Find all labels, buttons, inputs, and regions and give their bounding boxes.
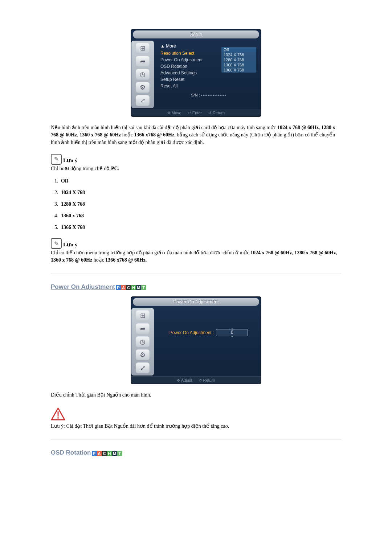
- badge-h: H: [107, 451, 112, 456]
- divider: [51, 439, 341, 440]
- display-icon[interactable]: ⊞: [136, 310, 150, 321]
- badge-t: T: [141, 285, 146, 290]
- section-power-on-adjustment: Power On Adjustment P A C H M T: [51, 283, 341, 291]
- badge-m: M: [136, 285, 141, 290]
- explanation-paragraph: Nếu hình ảnh trên màn hình hiển thị sai …: [51, 124, 341, 146]
- badge-t: T: [117, 451, 122, 456]
- badge-c: C: [126, 285, 131, 290]
- osd-footer: ✥ Adjust ↺ Return: [131, 376, 261, 384]
- poa-description: Điều chỉnh Thời gian Bật Nguồn cho màn h…: [51, 391, 341, 399]
- note-2-text: Chỉ có thể chọn menu trong trường hợp độ…: [51, 249, 341, 264]
- option-5: 1366 X 768: [60, 225, 341, 230]
- warning-icon: [51, 407, 65, 420]
- serial-number: S/N : ---------------: [160, 93, 257, 97]
- osd-sidebar: ⊞ ➦ ◷ ⚙ ⤢: [131, 41, 154, 108]
- osd-footer: ✥ Move ↵ Enter ↺ Return: [131, 109, 261, 117]
- signal-icon[interactable]: ➦: [136, 323, 150, 334]
- hint-return: ↺ Return: [199, 378, 215, 383]
- menu-setup-reset[interactable]: Setup Reset: [160, 76, 257, 83]
- osd-sidebar: ⊞ ➦ ◷ ⚙ ⤢: [131, 308, 154, 376]
- options-list: Off 1024 X 768 1280 X 768 1360 x 768 136…: [60, 178, 341, 230]
- size-icon[interactable]: ⤢: [136, 362, 150, 373]
- gear-icon[interactable]: ⚙: [136, 82, 150, 93]
- option-3: 1280 X 768: [60, 201, 341, 207]
- badge-p: P: [92, 451, 97, 456]
- osd-poa-title: Power On Adjustment: [133, 298, 259, 306]
- section-title-poa: Power On Adjustment: [51, 283, 115, 291]
- section-title-osd-rotation: OSD Rotation: [51, 449, 91, 456]
- badge-a: A: [97, 451, 102, 456]
- hint-move: ✥ Move: [167, 111, 181, 115]
- badge-c: C: [102, 451, 107, 456]
- badge-h: H: [131, 285, 136, 290]
- option-4: 1360 x 768: [60, 213, 341, 219]
- note-heading-2: ✎ Lưu ý: [51, 237, 341, 248]
- badge-m: M: [112, 451, 117, 456]
- pencil-icon: ✎: [51, 238, 62, 249]
- hint-adjust: ✥ Adjust: [177, 378, 192, 383]
- gear-icon[interactable]: ⚙: [136, 349, 150, 360]
- section-osd-rotation: OSD Rotation P A C H M T: [51, 449, 341, 456]
- note-1-text: Chỉ hoạt động trong chế độ PC.: [51, 165, 341, 172]
- note-heading-1: ✎ Lưu ý: [51, 153, 341, 164]
- badge-a: A: [121, 285, 126, 290]
- svg-point-2: [57, 417, 59, 419]
- dropdown-option-1366[interactable]: 1366 X 768: [221, 67, 256, 73]
- poa-value-stepper[interactable]: 0: [216, 329, 248, 336]
- divider: [51, 274, 341, 274]
- signal-icon[interactable]: ➦: [136, 56, 150, 67]
- osd-setup-panel: Setup ⊞ ➦ ◷ ⚙ ⤢ ▲ More Resolution Select…: [131, 29, 261, 117]
- poa-label: Power On Adjustment :: [170, 330, 214, 335]
- pencil-icon: ✎: [51, 154, 62, 165]
- osd-title: Setup: [133, 30, 259, 38]
- poa-warning-text: Lưu ý: Cài đặt Thời gian Bật Nguồn dài h…: [51, 423, 341, 430]
- clock-icon[interactable]: ◷: [136, 336, 150, 347]
- osd-poa-panel: Power On Adjustment ⊞ ➦ ◷ ⚙ ⤢ Power On A…: [131, 296, 261, 384]
- display-icon[interactable]: ⊞: [136, 43, 150, 54]
- dropdown-option-1360[interactable]: 1360 X 768: [221, 62, 256, 67]
- option-2: 1024 X 768: [60, 190, 341, 196]
- dropdown-option-off[interactable]: Off: [221, 47, 256, 52]
- mode-badges: P A C H M T: [92, 451, 122, 456]
- badge-p: P: [116, 285, 121, 290]
- dropdown-option-1280[interactable]: 1280 X 768: [221, 57, 256, 62]
- option-1: Off: [60, 178, 341, 184]
- mode-badges: P A C H M T: [116, 285, 146, 290]
- dropdown-option-1024[interactable]: 1024 X 768: [221, 52, 256, 57]
- size-icon[interactable]: ⤢: [136, 95, 150, 106]
- clock-icon[interactable]: ◷: [136, 69, 150, 80]
- menu-reset-all[interactable]: Reset All: [160, 83, 257, 89]
- hint-return: ↺ Return: [208, 111, 225, 115]
- hint-enter: ↵ Enter: [188, 111, 202, 115]
- resolution-dropdown[interactable]: Off 1024 X 768 1280 X 768 1360 X 768 136…: [221, 47, 256, 73]
